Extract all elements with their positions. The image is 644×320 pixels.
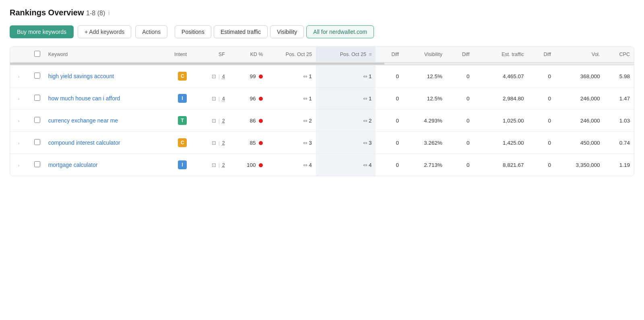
- page-title: Rankings Overview 1-8 (8): [10, 8, 105, 17]
- row-pos2-0: ⇔1: [316, 65, 376, 87]
- row-cpc-0: 5.98: [604, 65, 634, 87]
- kd-value-2: 86: [250, 118, 256, 124]
- link-icon-pos1-1: ⇔: [303, 96, 308, 102]
- link-icon-pos2-0: ⇔: [363, 73, 367, 79]
- link-icon-pos2-4: ⇔: [363, 162, 367, 168]
- actions-button[interactable]: Actions: [135, 25, 167, 38]
- tab-positions[interactable]: Positions: [175, 25, 211, 38]
- row-kd-0: 99: [229, 65, 267, 87]
- row-kd-2: 86: [229, 110, 267, 132]
- link-icon-pos1-4: ⇔: [303, 162, 308, 168]
- expand-icon-0[interactable]: ›: [18, 74, 21, 79]
- row-keyword-4: mortgage calculator: [44, 154, 159, 176]
- kd-dot-4: [259, 163, 263, 167]
- row-pos1-0: ⇔1: [267, 65, 316, 87]
- row-vdiff-4: 0: [446, 154, 474, 176]
- select-all-checkbox[interactable]: [34, 51, 40, 57]
- kd-value-1: 96: [250, 96, 256, 102]
- row-pos2-2: ⇔2: [316, 110, 376, 132]
- rankings-table: Keyword Intent SF KD % Pos. Oct 25 Pos. …: [10, 47, 634, 176]
- expand-icon-1[interactable]: ›: [18, 96, 21, 101]
- tab-all-nerdwallet[interactable]: All for nerdwallet.com: [306, 25, 374, 38]
- row-checkbox-3[interactable]: [34, 139, 40, 145]
- kd-dot-0: [259, 75, 263, 79]
- info-icon[interactable]: i: [108, 10, 109, 16]
- row-vdiff-0: 0: [446, 65, 474, 87]
- row-diff1-4: 0: [376, 154, 403, 176]
- row-checkbox-1[interactable]: [34, 95, 40, 101]
- sf-count-3[interactable]: 2: [222, 140, 225, 146]
- keyword-link-4[interactable]: mortgage calculator: [48, 162, 98, 168]
- kd-dot-1: [259, 97, 263, 101]
- table-row: › currency exchange near me T ⊡ | 2 86 ⇔…: [10, 110, 634, 132]
- add-keywords-button[interactable]: + Add keywords: [78, 25, 131, 38]
- intent-badge-1: I: [178, 94, 187, 103]
- row-pos2-3: ⇔3: [316, 132, 376, 154]
- col-header-pos2: Pos. Oct 25 ≡: [316, 47, 376, 62]
- sf-count-1[interactable]: 4: [222, 96, 225, 102]
- row-visibility-3: 3.262%: [403, 132, 446, 154]
- expand-icon-4[interactable]: ›: [18, 163, 21, 168]
- row-vol-2: 246,000: [555, 110, 604, 132]
- row-cpc-1: 1.47: [604, 87, 634, 110]
- sf-count-0[interactable]: 4: [222, 74, 225, 79]
- row-est-traffic-2: 1,025.00: [473, 110, 528, 132]
- row-expand-2[interactable]: ›: [10, 110, 25, 132]
- row-checkbox-cell-2: [25, 110, 44, 132]
- row-vol-0: 368,000: [555, 65, 604, 87]
- tab-estimated-traffic[interactable]: Estimated traffic: [214, 25, 268, 38]
- row-est-traffic-0: 4,465.07: [473, 65, 528, 87]
- sf-image-icon-1: ⊡: [212, 96, 216, 102]
- row-checkbox-4[interactable]: [34, 161, 40, 167]
- keyword-link-3[interactable]: compound interest calculator: [48, 139, 120, 146]
- table-row: › high yield savings account C ⊡ | 4 99 …: [10, 65, 634, 87]
- row-checkbox-2[interactable]: [34, 117, 40, 123]
- row-ediff-3: 0: [528, 132, 555, 154]
- sf-count-2[interactable]: 2: [222, 118, 225, 124]
- link-icon-pos2-1: ⇔: [363, 96, 367, 102]
- row-ediff-1: 0: [528, 87, 555, 110]
- keyword-link-1[interactable]: how much house can i afford: [48, 95, 120, 102]
- row-intent-1: I: [158, 87, 191, 110]
- row-pos2-1: ⇔1: [316, 87, 376, 110]
- row-vdiff-2: 0: [446, 110, 474, 132]
- row-ediff-0: 0: [528, 65, 555, 87]
- row-vol-3: 450,000: [555, 132, 604, 154]
- row-vdiff-3: 0: [446, 132, 474, 154]
- sf-image-icon-3: ⊡: [212, 140, 216, 146]
- row-intent-4: I: [158, 154, 191, 176]
- row-expand-3[interactable]: ›: [10, 132, 25, 154]
- buy-keywords-button[interactable]: Buy more keywords: [10, 25, 74, 38]
- row-pos2-4: ⇔4: [316, 154, 376, 176]
- keyword-link-0[interactable]: high yield savings account: [48, 73, 114, 79]
- row-keyword-1: how much house can i afford: [44, 87, 159, 110]
- col-header-keyword: Keyword: [44, 47, 159, 62]
- expand-icon-3[interactable]: ›: [18, 141, 21, 145]
- table-header-row: Keyword Intent SF KD % Pos. Oct 25 Pos. …: [10, 47, 634, 62]
- intent-badge-0: C: [178, 72, 187, 81]
- expand-icon-2[interactable]: ›: [18, 118, 21, 123]
- view-tabs: Positions Estimated traffic Visibility A…: [175, 25, 374, 38]
- row-est-traffic-3: 1,425.00: [473, 132, 528, 154]
- row-checkbox-0[interactable]: [34, 73, 40, 79]
- row-expand-0[interactable]: ›: [10, 65, 25, 87]
- intent-badge-2: T: [178, 116, 187, 125]
- row-checkbox-cell-4: [25, 154, 44, 176]
- row-sf-1: ⊡ | 4: [191, 87, 229, 110]
- sf-count-4[interactable]: 2: [222, 162, 225, 168]
- col-resize-icon[interactable]: ≡: [367, 52, 372, 57]
- row-expand-4[interactable]: ›: [10, 154, 25, 176]
- sf-image-icon-0: ⊡: [212, 73, 216, 79]
- row-checkbox-cell-0: [25, 65, 44, 87]
- row-ediff-2: 0: [528, 110, 555, 132]
- keyword-link-2[interactable]: currency exchange near me: [48, 117, 118, 124]
- row-expand-1[interactable]: ›: [10, 87, 25, 110]
- row-sf-3: ⊡ | 2: [191, 132, 229, 154]
- col-header-expand: [10, 47, 25, 62]
- toolbar: Buy more keywords + Add keywords Actions…: [10, 25, 634, 38]
- tab-visibility[interactable]: Visibility: [270, 25, 304, 38]
- row-pos1-4: ⇔4: [267, 154, 316, 176]
- table-row: › how much house can i afford I ⊡ | 4 96…: [10, 87, 634, 110]
- col-header-diff1: Diff: [376, 47, 403, 62]
- kd-value-4: 100: [247, 162, 256, 168]
